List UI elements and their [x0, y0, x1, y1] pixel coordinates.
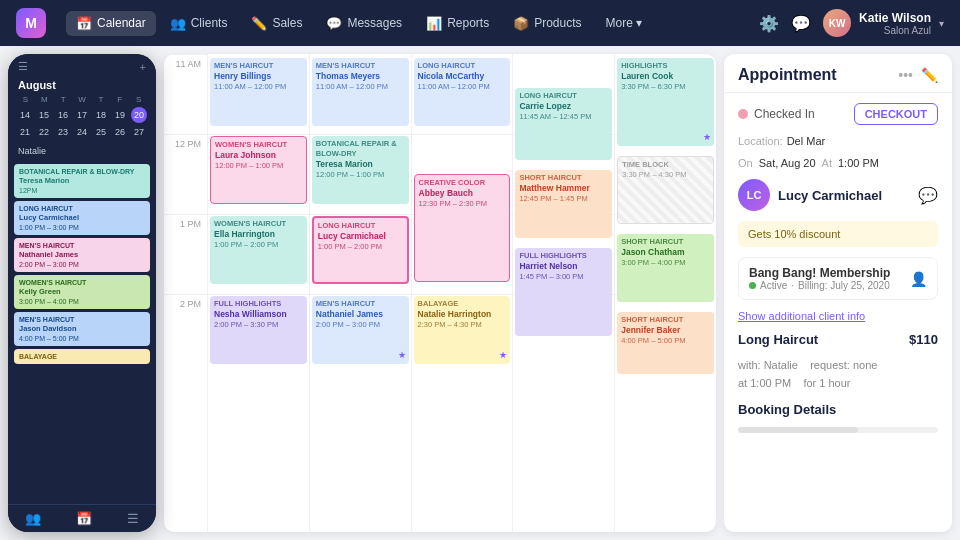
staff-col-2: MEN'S HAIRCUT Thomas Meyers 11:00 AM – 1… — [310, 54, 412, 532]
star-badge: ★ — [499, 350, 507, 362]
appt-panel-body: Checked In CHECKOUT Location: Del Mar On… — [724, 93, 952, 532]
list-item[interactable]: WOMEN'S HAIRCUT Kelly Green 3:00 PM – 4:… — [14, 275, 150, 309]
products-icon: 📦 — [513, 16, 529, 31]
nav-user[interactable]: KW Katie Wilson Salon Azul ▾ — [823, 9, 944, 37]
grid-line — [208, 214, 309, 215]
sales-icon: ✏️ — [251, 16, 267, 31]
list-item[interactable]: BOTANICAL REPAIR & BLOW-DRY Teresa Mario… — [14, 164, 150, 198]
calendar-icon: 📅 — [76, 16, 92, 31]
appt-block[interactable]: HIGHLIGHTS Lauren Cook 3:30 PM – 6:30 PM… — [617, 58, 714, 146]
appt-block-selected[interactable]: LONG HAIRCUT Lucy Carmichael 1:00 PM – 2… — [312, 216, 409, 284]
grid-line — [310, 214, 411, 215]
membership-billing: · — [791, 280, 794, 291]
membership-billing-date: Billing: July 25, 2020 — [798, 280, 890, 291]
time-slot-11am: 11 AM — [164, 54, 207, 134]
nav-item-products[interactable]: 📦 Products — [503, 11, 591, 36]
appt-block[interactable]: LONG HAIRCUT Nicola McCarthy 11:00 AM – … — [414, 58, 511, 126]
date-value: Sat, Aug 20 — [759, 157, 816, 169]
membership-person-icon[interactable]: 👤 — [910, 271, 927, 287]
phone-cal-day[interactable]: 18 — [93, 107, 109, 123]
appt-block[interactable]: WOMEN'S HAIRCUT Ella Harrington 1:00 PM … — [210, 216, 307, 284]
phone-cal-day-today[interactable]: 20 — [131, 107, 147, 123]
phone-cal-day[interactable]: 16 — [55, 107, 71, 123]
membership-status: Active — [760, 280, 787, 291]
phone-cal-day[interactable]: 21 — [17, 124, 33, 140]
appt-block[interactable]: SHORT HAIRCUT Matthew Hammer 12:45 PM – … — [515, 170, 612, 238]
phone-cal-day[interactable]: 24 — [74, 124, 90, 140]
status-badge: Checked In — [738, 107, 815, 121]
phone-cal-day[interactable]: 27 — [131, 124, 147, 140]
booking-details-bar — [738, 427, 938, 433]
booking-details-bar-fill — [738, 427, 858, 433]
edit-icon[interactable]: ✏️ — [921, 67, 938, 83]
phone-calendar-icon[interactable]: 📅 — [76, 511, 92, 526]
phone-cal-day[interactable]: 23 — [55, 124, 71, 140]
nav-item-clients[interactable]: 👥 Clients — [160, 11, 238, 36]
phone-cal-day[interactable]: 15 — [36, 107, 52, 123]
discount-box: Gets 10% discount — [738, 221, 938, 247]
list-item[interactable]: MEN'S HAIRCUT Jason Davidson 4:00 PM – 5… — [14, 312, 150, 346]
checkout-button[interactable]: CHECKOUT — [854, 103, 938, 125]
appt-block[interactable]: FULL HIGHLIGHTS Harriet Nelson 1:45 PM –… — [515, 248, 612, 336]
main-content: ☰ + August S M T W T F S 14 15 — [0, 46, 960, 540]
phone-bottom-bar: 👥 📅 ☰ — [8, 504, 156, 532]
appt-block[interactable]: WOMEN'S HAIRCUT Laura Johnson 12:00 PM –… — [210, 136, 307, 204]
appt-block-timeblock[interactable]: Time Block 3:30 PM – 4:30 PM — [617, 156, 714, 224]
status-label: Checked In — [754, 107, 815, 121]
phone-cal-day[interactable]: 22 — [36, 124, 52, 140]
list-item[interactable]: LONG HAIRCUT Lucy Carmichael 1:00 PM – 3… — [14, 201, 150, 235]
nav-item-messages[interactable]: 💬 Messages — [316, 11, 412, 36]
nav-items: 📅 Calendar 👥 Clients ✏️ Sales 💬 Messages… — [66, 11, 739, 36]
phone-contacts-icon[interactable]: 👥 — [25, 511, 41, 526]
list-item[interactable]: MEN'S HAIRCUT Nathaniel James 2:00 PM – … — [14, 238, 150, 272]
time-slot-2pm: 2 PM — [164, 294, 207, 374]
star-badge: ★ — [703, 132, 711, 144]
nav-item-reports[interactable]: 📊 Reports — [416, 11, 499, 36]
additional-info-link[interactable]: Show additional client info — [738, 310, 938, 322]
more-options-icon[interactable]: ••• — [898, 67, 913, 83]
chat-icon[interactable]: 💬 — [791, 14, 811, 33]
list-item[interactable]: BALAYAGE — [14, 349, 150, 364]
time-column: 11 AM 12 PM 1 PM 2 PM — [164, 54, 208, 532]
appt-block[interactable]: SHORT HAIRCUT Jennifer Baker 4:00 PM – 5… — [617, 312, 714, 374]
nav-item-more[interactable]: More ▾ — [596, 11, 653, 35]
phone-cal-day[interactable]: 14 — [17, 107, 33, 123]
message-icon[interactable]: 💬 — [918, 186, 938, 205]
phone-cal-day[interactable]: 19 — [112, 107, 128, 123]
appt-block[interactable]: LONG HAIRCUT Carrie Lopez 11:45 AM – 12:… — [515, 88, 612, 160]
appt-block[interactable]: MEN'S HAIRCUT Nathaniel James 2:00 PM – … — [312, 296, 409, 364]
avatar: KW — [823, 9, 851, 37]
membership-name: Bang Bang! Membership — [749, 266, 890, 280]
service-with: with: Natalie — [738, 359, 798, 371]
phone-add-icon[interactable]: + — [140, 61, 146, 73]
top-nav: M 📅 Calendar 👥 Clients ✏️ Sales 💬 Messag… — [0, 0, 960, 46]
phone-menu-bottom-icon[interactable]: ☰ — [127, 511, 139, 526]
phone-cal-day[interactable]: 26 — [112, 124, 128, 140]
booking-details-label: Booking Details — [738, 402, 938, 417]
appt-block[interactable]: CREATIVE COLOR Abbey Bauch 12:30 PM – 2:… — [414, 174, 511, 282]
nav-logo[interactable]: M — [16, 8, 46, 38]
phone-menu-icon[interactable]: ☰ — [18, 60, 28, 73]
calendar-columns: 11 AM 12 PM 1 PM 2 PM MEN'S HAIRCUT Henr… — [164, 54, 716, 532]
nav-item-sales[interactable]: ✏️ Sales — [241, 11, 312, 36]
appt-block[interactable]: BOTANICAL REPAIR & BLOW-DRY Teresa Mario… — [312, 136, 409, 204]
appt-block[interactable]: BALAYAGE Natalie Harrington 2:30 PM – 4:… — [414, 296, 511, 364]
star-badge: ★ — [398, 350, 406, 362]
reports-icon: 📊 — [426, 16, 442, 31]
grid-line — [208, 134, 309, 135]
grid-line — [412, 134, 513, 135]
time-slot-12pm: 12 PM — [164, 134, 207, 214]
appt-block[interactable]: MEN'S HAIRCUT Henry Billings 11:00 AM – … — [210, 58, 307, 126]
appt-block[interactable]: MEN'S HAIRCUT Thomas Meyers 11:00 AM – 1… — [312, 58, 409, 126]
nav-item-calendar[interactable]: 📅 Calendar — [66, 11, 156, 36]
appt-panel-actions: ••• ✏️ — [898, 67, 938, 83]
phone-cal-day[interactable]: 17 — [74, 107, 90, 123]
membership-active-dot — [749, 282, 756, 289]
settings-icon[interactable]: ⚙️ — [759, 14, 779, 33]
staff-columns: MEN'S HAIRCUT Henry Billings 11:00 AM – … — [208, 54, 716, 532]
phone-cal-day[interactable]: 25 — [93, 124, 109, 140]
appt-block[interactable]: SHORT HAIRCUT Jason Chatham 3:00 PM – 4:… — [617, 234, 714, 302]
grid-line — [310, 134, 411, 135]
datetime-row: On Sat, Aug 20 At 1:00 PM — [738, 157, 938, 169]
appt-block[interactable]: FULL HIGHLIGHTS Nesha Williamson 2:00 PM… — [210, 296, 307, 364]
